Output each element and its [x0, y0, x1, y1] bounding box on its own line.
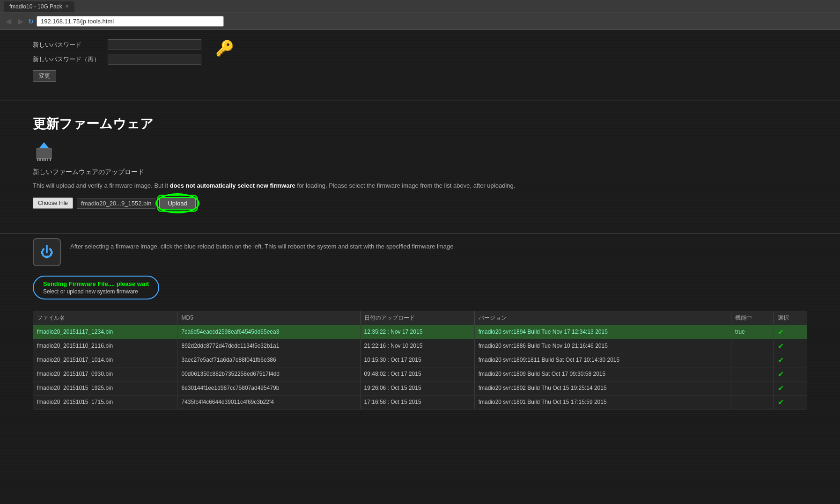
data-cell: 21:22:16 : Nov 10 2015	[360, 339, 474, 353]
upload-desc-start: This will upload and verify a firmware i…	[33, 182, 170, 189]
change-password-button[interactable]: 変更	[33, 70, 56, 82]
data-cell: 17:16:58 : Oct 15 2015	[360, 395, 474, 409]
active-cell	[731, 395, 774, 409]
new-password-confirm-row: 新しいパスワード（再）	[33, 54, 201, 65]
upload-button-wrapper: Upload	[159, 197, 195, 210]
new-password-confirm-input[interactable]	[108, 54, 201, 65]
chip-arrow	[39, 142, 49, 148]
upload-desc-end: for loading. Please select the firmware …	[295, 182, 516, 189]
col-header-filename: ファイル名	[33, 311, 177, 325]
check-icon: ✔	[778, 398, 784, 406]
col-header-date: 日付のアップロード	[360, 311, 474, 325]
back-button[interactable]: ◀	[4, 16, 13, 27]
chip-leg	[47, 158, 48, 161]
firmware-table: ファイル名 MD5 日付のアップロード バージョン 機能中 選択 fmadio2…	[33, 311, 807, 409]
select-cell[interactable]: ✔	[774, 353, 807, 367]
firmware-icon	[33, 140, 807, 162]
chip-leg	[39, 158, 41, 161]
refresh-button[interactable]: ↻	[28, 18, 34, 25]
data-cell: 09:48:02 : Oct 17 2015	[360, 367, 474, 381]
data-cell: fmadio20_20151015_1715.bin	[33, 395, 177, 409]
firmware-section-title: 更新ファームウェア	[33, 115, 807, 133]
browser-tab[interactable]: fmadio10 - 10G Pack ✕	[4, 1, 74, 12]
active-cell	[731, 353, 774, 367]
new-password-input[interactable]	[108, 39, 201, 50]
data-cell: 3aec27e5acf71a6da7e88f041fb6e386	[177, 353, 360, 367]
check-icon: ✔	[778, 342, 784, 350]
new-password-row: 新しいパスワード	[33, 39, 201, 50]
new-password-label: 新しいパスワード	[33, 41, 108, 49]
upload-button[interactable]: Upload	[159, 197, 195, 210]
reboot-section: ⏻ After selecting a firmware image, clic…	[0, 234, 840, 419]
data-cell: 892d2ddc8772d47dedc1134f5e32b1a1	[177, 339, 360, 353]
data-cell: fmadio20 svn:1894 Build Tue Nov 17 12:34…	[474, 325, 731, 339]
reboot-row: ⏻ After selecting a firmware image, clic…	[33, 238, 807, 266]
reboot-description: After selecting a firmware image, click …	[70, 238, 453, 251]
reboot-icon-wrap: ⏻	[33, 238, 61, 266]
data-cell: fmadio20_20151117_1234.bin	[33, 325, 177, 339]
status-sending-text: Sending Firmware File.... please wait	[43, 280, 149, 287]
chip-leg	[42, 158, 44, 161]
check-icon: ✔	[778, 370, 784, 378]
key-icon: 🔑	[215, 39, 234, 57]
data-cell: fmadio20 svn:1801 Build Thu Oct 15 17:15…	[474, 395, 731, 409]
select-cell[interactable]: ✔	[774, 395, 807, 409]
check-icon: ✔	[778, 356, 784, 364]
active-cell	[731, 367, 774, 381]
check-icon: ✔	[778, 328, 784, 336]
chip-legs	[37, 158, 52, 161]
data-cell: fmadio20 svn:1802 Build Thu Oct 15 19:25…	[474, 381, 731, 395]
address-bar[interactable]	[37, 16, 224, 27]
chip-leg	[44, 158, 46, 161]
forward-button[interactable]: ▶	[16, 16, 25, 27]
browser-titlebar: fmadio10 - 10G Pack ✕	[0, 0, 840, 13]
data-cell: 00d061350c882b7352258ed67517f4dd	[177, 367, 360, 381]
col-header-version: バージョン	[474, 311, 731, 325]
table-row[interactable]: fmadio20_20151017_0930.bin00d061350c882b…	[33, 367, 807, 381]
table-row[interactable]: fmadio20_20151015_1715.bin7435fc4f4c6644…	[33, 395, 807, 409]
select-cell[interactable]: ✔	[774, 325, 807, 339]
check-icon: ✔	[778, 384, 784, 392]
col-header-select: 選択	[774, 311, 807, 325]
divider-1	[0, 101, 840, 101]
page-content: 新しいパスワード 新しいパスワード（再） 変更 🔑 更新ファームウェア	[0, 30, 840, 504]
table-row[interactable]: fmadio20_20151017_1014.bin3aec27e5acf71a…	[33, 353, 807, 367]
upload-desc-bold: does not automatically select new firmwa…	[170, 182, 295, 189]
data-cell: fmadio20 svn:1886 Build Tue Nov 10 21:16…	[474, 339, 731, 353]
active-cell: true	[731, 325, 774, 339]
col-header-active: 機能中	[731, 311, 774, 325]
upload-description: This will upload and verify a firmware i…	[33, 181, 807, 190]
new-password-confirm-label: 新しいパスワード（再）	[33, 55, 108, 64]
select-cell[interactable]: ✔	[774, 339, 807, 353]
col-header-md5: MD5	[177, 311, 360, 325]
password-section: 新しいパスワード 新しいパスワード（再） 変更 🔑	[0, 30, 840, 91]
chip-body	[37, 148, 52, 159]
table-row[interactable]: fmadio20_20151015_1925.bin6e30144f1ee1d9…	[33, 381, 807, 395]
data-cell: 7435fc4f4c6644d39011c4f69c3b22f4	[177, 395, 360, 409]
data-cell: fmadio20 svn:1809 Build Sat Oct 17 09:30…	[474, 367, 731, 381]
table-row[interactable]: fmadio20_20151110_2116.bin892d2ddc8772d4…	[33, 339, 807, 353]
chip-leg	[37, 158, 38, 161]
data-cell: fmadio20_20151017_0930.bin	[33, 367, 177, 381]
data-cell: 7ca6d54eaecd2598eaf64545dd65eea3	[177, 325, 360, 339]
data-cell: fmadio20_20151015_1925.bin	[33, 381, 177, 395]
firmware-upload-section: 更新ファームウェア 新しいファームウェアのアップロード This will up…	[0, 110, 840, 233]
upload-subtitle: 新しいファームウェアのアップロード	[33, 168, 807, 176]
data-cell: 19:26:06 : Oct 15 2015	[360, 381, 474, 395]
data-cell: 10:15:30 : Oct 17 2015	[360, 353, 474, 367]
choose-file-button[interactable]: Choose File	[33, 197, 73, 209]
select-cell[interactable]: ✔	[774, 381, 807, 395]
browser-toolbar: ◀ ▶ ↻	[0, 13, 840, 30]
select-cell[interactable]: ✔	[774, 367, 807, 381]
data-cell: fmadio20_20151110_2116.bin	[33, 339, 177, 353]
chip-graphic	[33, 140, 55, 161]
data-cell: 12:35:22 : Nov 17 2015	[360, 325, 474, 339]
data-cell: 6e30144f1ee1d987cc75807ad495479b	[177, 381, 360, 395]
table-row[interactable]: fmadio20_20151117_1234.bin7ca6d54eaecd25…	[33, 325, 807, 339]
status-oval: Sending Firmware File.... please wait Se…	[33, 276, 159, 299]
file-name-display: fmadio20_20...9_1552.bin	[77, 198, 155, 209]
active-cell	[731, 381, 774, 395]
tab-close-icon[interactable]: ✕	[65, 4, 69, 9]
status-select-text: Select or upload new system firmware	[43, 288, 149, 295]
data-cell: fmadio20_20151017_1014.bin	[33, 353, 177, 367]
